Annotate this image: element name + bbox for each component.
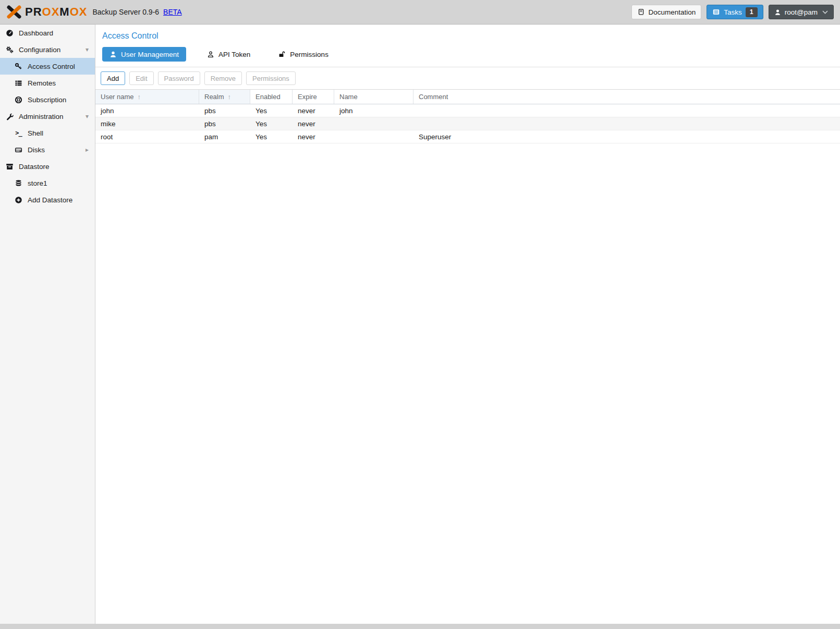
terminal-icon: >_ (14, 129, 23, 137)
user-icon (109, 51, 117, 58)
caret-down-icon: ▾ (86, 46, 89, 53)
cell-realm[interactable]: pam (199, 130, 250, 143)
caret-down-icon: ▾ (86, 113, 89, 120)
sidebar-item-label: Datastore (19, 163, 50, 171)
sidebar-item-label: Configuration (19, 46, 60, 54)
user-menu-label: root@pam (785, 8, 818, 16)
sidebar-item-remotes[interactable]: Remotes (0, 75, 95, 91)
column-header-comment[interactable]: Comment (413, 90, 840, 104)
sidebar-item-datastore[interactable]: Datastore (0, 158, 95, 175)
plus-circle-icon (14, 196, 23, 204)
sidebar-item-label: Access Control (28, 63, 75, 70)
cell-expire[interactable]: never (293, 104, 334, 117)
sidebar-item-dashboard[interactable]: Dashboard (0, 25, 95, 41)
permissions-button[interactable]: Permissions (246, 71, 296, 85)
sidebar-item-access-control[interactable]: Access Control (0, 58, 95, 75)
cell-enabled[interactable]: Yes (250, 104, 293, 117)
tab-label: Permissions (290, 51, 328, 58)
sidebar-item-store1[interactable]: store1 (0, 175, 95, 191)
users-table: User name↑ Realm↑ Enabled Expire Name Co… (95, 90, 840, 143)
cell-realm[interactable]: pbs (199, 117, 250, 130)
sidebar-item-shell[interactable]: >_ Shell (0, 125, 95, 141)
cell-comment[interactable]: Superuser (413, 130, 840, 143)
tab-label: User Management (121, 51, 179, 58)
sidebar-item-label: Remotes (28, 79, 56, 87)
user-outline-icon (207, 51, 214, 58)
add-button[interactable]: Add (101, 71, 125, 85)
column-header-user-name[interactable]: User name↑ (95, 90, 199, 104)
cell-expire[interactable]: never (293, 117, 334, 130)
cell-comment[interactable] (413, 104, 840, 117)
cell-expire[interactable]: never (293, 130, 334, 143)
edit-button[interactable]: Edit (129, 71, 153, 85)
cell-realm[interactable]: pbs (199, 104, 250, 117)
chevron-down-icon (822, 10, 828, 14)
tab-bar: User Management API Token Permissions (95, 44, 840, 67)
sidebar-item-administration[interactable]: Administration ▾ (0, 108, 95, 125)
sort-ascending-icon: ↑ (138, 93, 141, 101)
cell-name[interactable]: john (334, 104, 413, 117)
tab-user-management[interactable]: User Management (102, 47, 186, 62)
tasks-count-badge: 1 (746, 7, 758, 17)
sidebar-item-label: Administration (19, 113, 64, 120)
documentation-button[interactable]: Documentation (631, 5, 701, 19)
sidebar-item-label: Shell (28, 129, 43, 137)
list-icon (14, 79, 23, 87)
cell-name[interactable] (334, 130, 413, 143)
cell-user-name[interactable]: john (95, 104, 199, 117)
table-header-row: User name↑ Realm↑ Enabled Expire Name Co… (95, 90, 840, 104)
wrench-icon (5, 113, 14, 120)
documentation-label: Documentation (648, 8, 696, 16)
table-row-mike[interactable]: mike pbs Yes never (95, 117, 840, 130)
page-title: Access Control (95, 25, 840, 44)
hdd-icon (14, 146, 23, 154)
grid-toolbar: Add Edit Password Remove Permissions (95, 67, 840, 90)
gears-icon (5, 46, 14, 54)
sidebar-item-add-datastore[interactable]: Add Datastore (0, 191, 95, 208)
tab-label: API Token (218, 51, 250, 58)
column-header-name[interactable]: Name (334, 90, 413, 104)
book-icon (637, 8, 644, 16)
main-panel: Access Control User Management API Token (95, 25, 840, 624)
sidebar-item-configuration[interactable]: Configuration ▾ (0, 41, 95, 58)
top-header-bar: PROXMOX Backup Server 0.9-6 BETA Documen… (0, 0, 840, 25)
table-row-john[interactable]: john pbs Yes never john (95, 104, 840, 117)
product-version-text: Backup Server 0.9-6 (92, 8, 159, 16)
proxmox-logo: PROXMOX (6, 5, 87, 19)
cell-name[interactable] (334, 117, 413, 130)
cell-comment[interactable] (413, 117, 840, 130)
tasks-button[interactable]: Tasks 1 (707, 5, 763, 19)
tasks-label: Tasks (724, 8, 742, 16)
tab-api-token[interactable]: API Token (200, 47, 258, 62)
sidebar-item-disks[interactable]: Disks ▸ (0, 141, 95, 158)
sidebar-item-label: Add Datastore (28, 196, 72, 204)
logo-wordmark: PROXMOX (25, 5, 87, 19)
life-ring-icon (14, 96, 23, 104)
sort-ascending-icon: ↑ (228, 93, 232, 101)
cell-enabled[interactable]: Yes (250, 117, 293, 130)
proxmox-x-logo-icon (6, 5, 22, 19)
caret-right-icon: ▸ (86, 146, 89, 153)
sidebar-item-label: Dashboard (19, 29, 53, 37)
unlock-icon (278, 51, 286, 58)
column-header-expire[interactable]: Expire (293, 90, 334, 104)
sidebar-item-subscription[interactable]: Subscription (0, 91, 95, 108)
user-menu-button[interactable]: root@pam (769, 5, 834, 19)
remove-button[interactable]: Remove (204, 71, 242, 85)
table-row-root[interactable]: root pam Yes never Superuser (95, 130, 840, 143)
column-header-enabled[interactable]: Enabled (250, 90, 293, 104)
sidebar-nav: Dashboard Configuration ▾ Access Control… (0, 25, 95, 624)
task-list-icon (712, 8, 720, 16)
cell-user-name[interactable]: root (95, 130, 199, 143)
column-header-realm[interactable]: Realm↑ (199, 90, 250, 104)
sidebar-item-label: store1 (28, 179, 47, 187)
cell-enabled[interactable]: Yes (250, 130, 293, 143)
dashboard-icon (5, 29, 14, 37)
cell-user-name[interactable]: mike (95, 117, 199, 130)
tab-permissions[interactable]: Permissions (271, 47, 336, 62)
password-button[interactable]: Password (158, 71, 200, 85)
sidebar-item-label: Disks (28, 146, 45, 154)
beta-link[interactable]: BETA (163, 8, 182, 16)
user-icon (774, 9, 781, 16)
database-icon (14, 179, 23, 187)
